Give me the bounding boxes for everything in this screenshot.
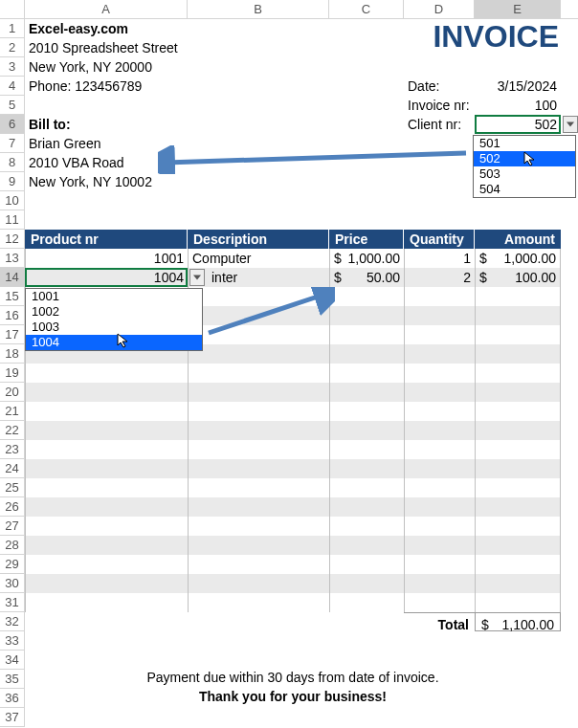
company-name[interactable]: Excel-easy.com: [25, 19, 188, 38]
cell-product-nr[interactable]: 1004: [25, 268, 188, 287]
invoice-title: INVOICE: [433, 21, 559, 52]
column-header-row: A B C D E: [0, 0, 578, 19]
row-header[interactable]: 1: [0, 19, 25, 38]
cell-amount[interactable]: $100.00: [475, 268, 561, 287]
amount-val: 100.00: [515, 270, 556, 285]
dropdown-option[interactable]: 1004: [26, 335, 202, 350]
row-header[interactable]: 35: [0, 670, 25, 689]
cell-price[interactable]: $1,000.00: [329, 249, 404, 268]
row-header[interactable]: 11: [0, 210, 25, 230]
row-header[interactable]: 6: [0, 115, 25, 134]
row-header[interactable]: 30: [0, 574, 25, 593]
dropdown-list-product[interactable]: 1001 1002 1003 1004: [25, 288, 203, 351]
company-phone[interactable]: Phone: 123456789: [25, 77, 188, 96]
row-header[interactable]: 3: [0, 57, 25, 77]
row-header[interactable]: 29: [0, 555, 25, 574]
th-amount[interactable]: Amount: [475, 230, 561, 249]
row-header[interactable]: 17: [0, 325, 25, 344]
svg-line-0: [166, 153, 466, 163]
dropdown-option[interactable]: 503: [474, 166, 575, 182]
select-all-corner[interactable]: [0, 0, 25, 18]
row-header[interactable]: 16: [0, 306, 25, 325]
row-header[interactable]: 18: [0, 344, 25, 364]
row-header[interactable]: 22: [0, 421, 25, 440]
annotation-arrow-icon: [201, 287, 335, 344]
amount-val: 1,000.00: [504, 251, 557, 266]
row-header[interactable]: 34: [0, 651, 25, 670]
row-header[interactable]: 14: [0, 268, 25, 287]
row-header[interactable]: 23: [0, 440, 25, 459]
col-header-b[interactable]: B: [188, 0, 329, 18]
row-header[interactable]: 4: [0, 77, 25, 96]
footer-line2: Thank you for your business!: [25, 689, 561, 704]
th-product-nr[interactable]: Product nr: [25, 230, 188, 249]
annotation-arrow-icon: [158, 145, 474, 174]
row-header[interactable]: 36: [0, 689, 25, 708]
row-header[interactable]: 10: [0, 191, 25, 210]
row-header[interactable]: 5: [0, 96, 25, 115]
dropdown-option[interactable]: 501: [474, 136, 575, 151]
th-price[interactable]: Price: [329, 230, 404, 249]
client-nr-label[interactable]: Client nr:: [404, 115, 475, 134]
company-address1[interactable]: 2010 Spreadsheet Street: [25, 38, 188, 57]
dropdown-option[interactable]: 1003: [26, 320, 202, 335]
row-header[interactable]: 7: [0, 134, 25, 153]
row-header[interactable]: 21: [0, 402, 25, 421]
mouse-cursor-icon: [523, 151, 539, 166]
invoice-nr-value[interactable]: 100: [475, 96, 561, 115]
cell-description[interactable]: inter: [188, 268, 329, 287]
cell-amount[interactable]: $1,000.00: [475, 249, 561, 268]
client-nr-value[interactable]: 502: [475, 115, 561, 134]
row-header[interactable]: 15: [0, 287, 25, 306]
dropdown-list-client[interactable]: 501 502 503 504: [473, 135, 576, 198]
col-header-e[interactable]: E: [475, 0, 561, 18]
row-header[interactable]: 13: [0, 249, 25, 268]
chevron-down-icon: [193, 275, 201, 280]
company-address2[interactable]: New York, NY 20000: [25, 57, 188, 77]
price-val: 50.00: [367, 270, 400, 285]
row-header[interactable]: 20: [0, 383, 25, 402]
dropdown-button-client[interactable]: [563, 116, 578, 133]
row-header[interactable]: 27: [0, 517, 25, 536]
col-header-c[interactable]: C: [329, 0, 404, 18]
row-header[interactable]: 33: [0, 631, 25, 651]
date-value[interactable]: 3/15/2024: [475, 77, 561, 96]
col-header-a[interactable]: A: [25, 0, 188, 18]
mouse-cursor-icon: [117, 333, 132, 348]
row-header[interactable]: 9: [0, 172, 25, 191]
dropdown-option[interactable]: 1001: [26, 289, 202, 304]
row-header[interactable]: 8: [0, 153, 25, 172]
invoice-nr-label[interactable]: Invoice nr:: [404, 96, 475, 115]
th-quantity[interactable]: Quantity: [404, 230, 475, 249]
price-val: 1,000.00: [348, 251, 401, 266]
th-description[interactable]: Description: [188, 230, 329, 249]
row-header[interactable]: 26: [0, 497, 25, 517]
cell-price[interactable]: $50.00: [329, 268, 404, 287]
row-header[interactable]: 28: [0, 536, 25, 555]
row-header[interactable]: 32: [0, 612, 25, 631]
bill-to-label[interactable]: Bill to:: [25, 115, 188, 134]
row-header[interactable]: 19: [0, 364, 25, 383]
cell-qty[interactable]: 2: [404, 268, 475, 287]
total-amount: 1,100.00: [502, 617, 555, 632]
row-header[interactable]: 37: [0, 708, 25, 727]
bill-to-address2[interactable]: New York, NY 10002: [25, 172, 188, 191]
row-header[interactable]: 25: [0, 478, 25, 497]
row-header[interactable]: 2: [0, 38, 25, 57]
cell-qty[interactable]: 1: [404, 249, 475, 268]
row-header[interactable]: 12: [0, 230, 25, 249]
row-header[interactable]: 24: [0, 459, 25, 478]
total-value[interactable]: $1,100.00: [475, 612, 561, 631]
total-label[interactable]: Total: [404, 612, 475, 631]
row-header[interactable]: 31: [0, 593, 25, 612]
dropdown-option[interactable]: 1002: [26, 304, 202, 320]
cell-product-nr[interactable]: 1001: [25, 249, 188, 268]
date-label[interactable]: Date:: [404, 77, 475, 96]
chevron-down-icon: [567, 121, 574, 127]
footer-line1: Payment due within 30 days from date of …: [25, 670, 561, 685]
col-header-d[interactable]: D: [404, 0, 475, 18]
dropdown-button-product[interactable]: [189, 269, 205, 286]
spreadsheet: A B C D E 1 Excel-easy.com 2 2010 Spread…: [0, 0, 578, 727]
cell-description[interactable]: Computer: [188, 249, 329, 268]
dropdown-option[interactable]: 504: [474, 182, 575, 197]
